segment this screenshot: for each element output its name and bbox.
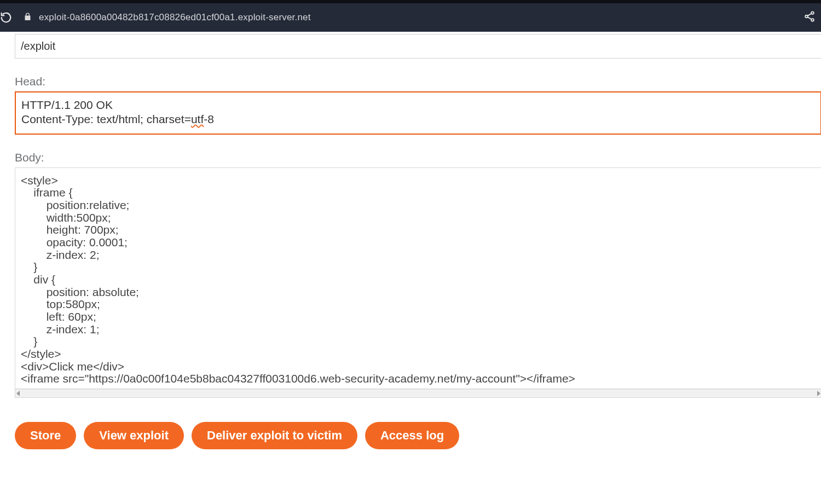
- body-horizontal-scrollbar[interactable]: [15, 389, 821, 398]
- store-button[interactable]: Store: [15, 422, 76, 449]
- head-textarea[interactable]: HTTP/1.1 200 OK Content-Type: text/html;…: [15, 91, 821, 135]
- svg-line-4: [808, 17, 812, 19]
- file-path-field-wrap: [15, 34, 821, 59]
- body-textarea[interactable]: <style> iframe { position:relative; widt…: [15, 167, 821, 389]
- url-text: exploit-0a8600a00482b817c08826ed01cf00a1…: [39, 12, 311, 23]
- svg-line-3: [808, 14, 812, 16]
- head-line-2-spelly: utf: [191, 113, 204, 125]
- body-label: Body:: [15, 151, 821, 164]
- share-icon[interactable]: [803, 10, 816, 25]
- head-line-1: HTTP/1.1 200 OK: [21, 99, 113, 111]
- head-label: Head:: [15, 75, 821, 88]
- scroll-right-icon[interactable]: [817, 391, 820, 396]
- page-content: Head: HTTP/1.1 200 OK Content-Type: text…: [0, 34, 821, 449]
- access-log-button[interactable]: Access log: [365, 422, 459, 449]
- lock-icon: [23, 12, 32, 24]
- head-line-2-post: -8: [204, 113, 214, 125]
- action-buttons: Store View exploit Deliver exploit to vi…: [15, 422, 821, 449]
- head-line-2-pre: Content-Type: text/html; charset=: [21, 113, 191, 125]
- browser-toolbar: exploit-0a8600a00482b817c08826ed01cf00a1…: [0, 3, 821, 32]
- file-path-input[interactable]: [15, 34, 821, 58]
- view-exploit-button[interactable]: View exploit: [84, 422, 184, 449]
- scroll-left-icon[interactable]: [16, 391, 20, 396]
- deliver-exploit-button[interactable]: Deliver exploit to victim: [192, 422, 357, 449]
- reload-icon[interactable]: [0, 11, 12, 24]
- address-bar[interactable]: exploit-0a8600a00482b817c08826ed01cf00a1…: [20, 12, 796, 24]
